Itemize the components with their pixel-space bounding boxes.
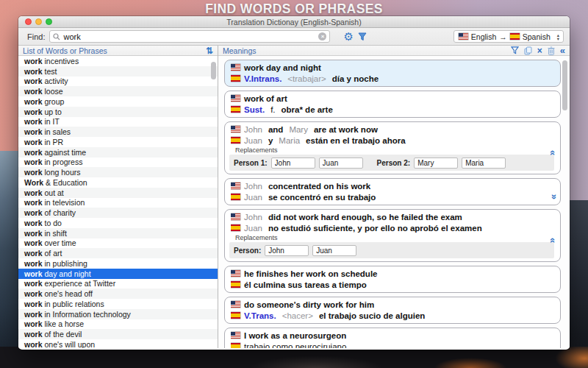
meaning-text-segment: are at work now xyxy=(314,125,378,134)
collapse-panel-icon[interactable]: « xyxy=(560,47,565,54)
list-item[interactable]: workin television xyxy=(18,198,218,208)
list-item[interactable]: workactivity xyxy=(18,77,218,87)
meaning-text-segment: John xyxy=(244,182,262,191)
words-scrollbar-thumb[interactable] xyxy=(211,62,216,79)
minimize-window-button[interactable] xyxy=(35,18,42,25)
meaning-card[interactable]: he finishes her work on scheduleél culmi… xyxy=(224,266,561,293)
replacement-input[interactable] xyxy=(265,245,309,256)
wallpaper-mountain-right xyxy=(568,200,588,368)
meaning-card[interactable]: work of artSust.f.obra* de arte xyxy=(224,91,561,118)
es-flag-icon xyxy=(231,343,240,348)
filter-icon[interactable] xyxy=(358,32,367,41)
list-item[interactable]: workto do xyxy=(18,218,218,228)
list-item[interactable]: workday and night xyxy=(18,269,218,279)
expand-card-icon[interactable]: « xyxy=(548,194,559,199)
list-item[interactable]: workout at xyxy=(18,188,218,198)
meaning-card[interactable]: I work as a neurosurgeontrabajo como neu… xyxy=(224,328,561,348)
es-flag-icon xyxy=(231,281,240,288)
search-icon xyxy=(53,33,60,40)
list-item[interactable]: workin publishing xyxy=(18,258,218,269)
list-item[interactable]: workin Information technology xyxy=(18,309,218,319)
zoom-window-button[interactable] xyxy=(46,18,52,25)
meanings-toolbar: × « xyxy=(511,46,565,55)
list-item[interactable]: workin public relations xyxy=(18,299,218,309)
settings-gear-icon[interactable]: ⚙ xyxy=(343,31,353,42)
sort-icon[interactable]: ⇅ xyxy=(206,46,213,56)
es-flag-icon xyxy=(231,106,240,113)
list-item[interactable]: workover time xyxy=(18,238,218,249)
english-line: Johnconcentrated on his work xyxy=(231,180,542,191)
trash-icon[interactable] xyxy=(548,46,555,55)
meaning-card[interactable]: JohnandMaryare at work nowJuanyMariaestá… xyxy=(224,121,561,174)
search-value[interactable]: work xyxy=(63,32,315,41)
meaning-text-segment: John xyxy=(244,213,262,222)
language-from: English xyxy=(471,32,496,41)
list-item[interactable]: workof the devil xyxy=(18,329,218,339)
meaning-card[interactable]: do someone's dirty work for himV.Trans.<… xyxy=(224,297,561,324)
meaning-text-segment: Mary xyxy=(289,125,308,134)
meaning-text-segment: work of art xyxy=(244,94,287,103)
meaning-text-segment: no estudió suficiente, y por ello no apr… xyxy=(268,224,482,233)
replacement-input[interactable] xyxy=(271,158,315,169)
list-item[interactable]: workin progress xyxy=(18,158,218,168)
replacement-input[interactable] xyxy=(414,158,458,169)
word-list[interactable]: workincentivesworktestworkactivityworklo… xyxy=(18,56,218,348)
meaning-text-segment: Juan xyxy=(244,136,262,145)
replacement-field-label: Person 2: xyxy=(377,159,411,167)
popup-stepper-icon[interactable]: ▴▾ xyxy=(556,33,561,40)
meaning-card[interactable]: Johnconcentrated on his workJuanse conce… xyxy=(224,178,561,205)
meanings-scrollbar-thumb[interactable] xyxy=(562,60,567,110)
meaning-text-segment: f. xyxy=(270,105,275,114)
replacement-field-label: Person 1: xyxy=(234,159,268,167)
clear-meanings-icon[interactable]: × xyxy=(537,47,542,54)
replacements-bar: Person 1:Person 2: xyxy=(229,155,554,171)
collapse-card-icon[interactable]: « xyxy=(548,150,559,155)
window-titlebar[interactable]: Translation Dictionay (English-Spanish) xyxy=(18,16,570,28)
list-item[interactable]: worktest xyxy=(18,66,218,77)
replacement-field-label: Person: xyxy=(234,247,261,255)
language-direction-select[interactable]: English → Spanish ▴▾ xyxy=(453,30,564,43)
meanings-panel-title: Meanings xyxy=(223,46,257,55)
es-flag-icon xyxy=(231,224,240,231)
desktop-wallpaper: FIND WORDS OR PHRASES Translation Dictio… xyxy=(0,0,588,368)
meaning-card[interactable]: Johndid not work hard enough, so he fail… xyxy=(224,209,561,262)
clear-search-button[interactable]: × xyxy=(318,32,326,40)
list-item[interactable]: worklong hours xyxy=(18,167,218,177)
list-item[interactable]: workgroup xyxy=(18,96,218,107)
replacement-input[interactable] xyxy=(319,158,363,169)
replacement-input[interactable] xyxy=(462,158,506,169)
spanish-line: él culmina sus tareas a tiempo xyxy=(231,279,542,290)
list-item[interactable]: workloose xyxy=(18,86,218,96)
us-flag-icon xyxy=(231,126,240,132)
filter-meanings-icon[interactable] xyxy=(511,46,519,54)
list-item[interactable]: Work& Education xyxy=(18,177,218,188)
language-to: Spanish xyxy=(523,32,551,41)
list-item[interactable]: workexperience at Twitter xyxy=(18,279,218,289)
list-item[interactable]: worklike a horse xyxy=(18,319,218,330)
list-item[interactable]: workin sales xyxy=(18,127,218,137)
replacement-input[interactable] xyxy=(312,245,356,256)
search-input[interactable]: work × xyxy=(49,30,330,43)
collapse-card-icon[interactable]: « xyxy=(548,238,559,243)
list-item[interactable]: workagainst time xyxy=(18,147,218,158)
meaning-text-segment: Maria xyxy=(279,136,300,145)
meaning-card[interactable]: work day and nightV.Intrans.<trabajar>dí… xyxy=(224,60,561,87)
words-panel: List of Words or Phrases ⇅ workincentive… xyxy=(18,46,218,348)
find-toolbar: Find: work × ⚙ English → Spanish xyxy=(18,28,570,46)
list-item[interactable]: workof art xyxy=(18,248,218,258)
us-flag-icon xyxy=(231,270,240,277)
meaning-text-segment: he finishes her work on schedule xyxy=(244,269,378,278)
window-title: Translation Dictionay (English-Spanish) xyxy=(226,18,361,26)
list-item[interactable]: workone's head off xyxy=(18,289,218,299)
copy-icon[interactable] xyxy=(524,46,532,55)
close-window-button[interactable] xyxy=(25,18,32,25)
list-item[interactable]: workin IT xyxy=(18,117,218,127)
list-item[interactable]: workof charity xyxy=(18,208,218,218)
list-item[interactable]: workincentives xyxy=(18,56,218,66)
list-item[interactable]: workin shift xyxy=(18,228,218,238)
list-item[interactable]: workup to xyxy=(18,107,218,117)
meaning-text-segment: do someone's dirty work for him xyxy=(244,300,374,309)
es-flag-icon xyxy=(231,194,240,200)
list-item[interactable]: workone's will upon xyxy=(18,339,218,348)
list-item[interactable]: workin PR xyxy=(18,137,218,147)
